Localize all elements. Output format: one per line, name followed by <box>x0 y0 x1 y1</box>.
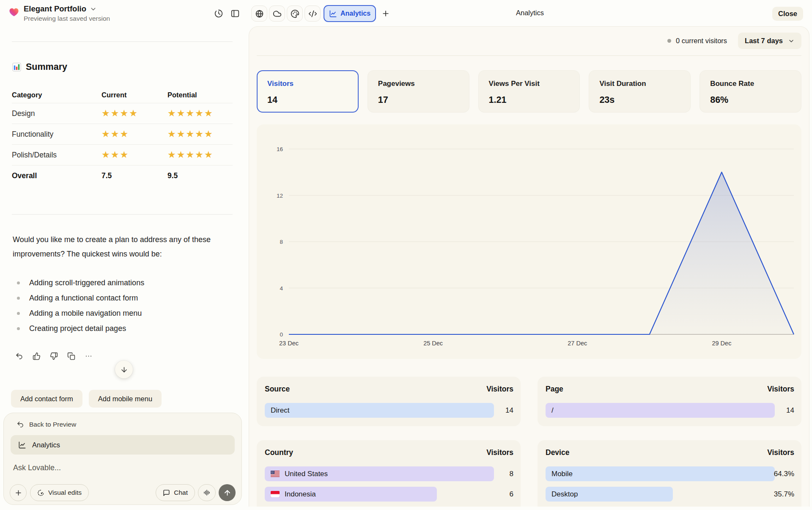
indonesia-flag-icon <box>271 491 280 497</box>
svg-text:0: 0 <box>280 331 283 338</box>
quick-action-mobile-menu[interactable]: Add mobile menu <box>89 390 162 408</box>
list-item[interactable]: Indonesia 6 <box>265 487 513 502</box>
copy-button[interactable] <box>67 352 75 360</box>
plus-icon <box>14 489 22 497</box>
scroll-down-button[interactable] <box>115 361 133 378</box>
more-button[interactable] <box>85 352 93 360</box>
list-item: Adding a mobile navigation menu <box>13 306 144 321</box>
chat-input[interactable]: Ask Lovable... <box>13 463 61 472</box>
chevron-down-icon <box>788 38 795 44</box>
back-to-preview[interactable]: Back to Preview <box>16 421 76 428</box>
cloud-button[interactable] <box>269 6 285 22</box>
stat-card-views-per-visit[interactable]: Views Per Visit1.21 <box>478 70 580 113</box>
thumbs-down-button[interactable] <box>50 352 58 360</box>
divider <box>12 214 233 215</box>
analytics-panel: 0 current visitors Last 7 days Visitors1… <box>249 26 809 507</box>
nav-item-analytics[interactable]: Analytics <box>11 435 235 455</box>
thumbs-up-button[interactable] <box>33 352 41 360</box>
list-item: Adding scroll-triggered animations <box>13 275 144 290</box>
list-card-page: PageVisitors / 14 <box>538 377 801 426</box>
audio-waveform-icon <box>203 489 211 496</box>
visitors-chart: 0481216 23 Dec25 Dec27 Dec29 Dec <box>257 124 801 359</box>
lovable-logo[interactable] <box>8 6 20 18</box>
globe-button[interactable] <box>251 6 267 22</box>
list-item[interactable]: Desktop 35.7% <box>546 487 794 502</box>
visual-edits-icon <box>37 489 44 496</box>
chart-line-icon <box>329 10 337 18</box>
list-item: Adding a functional contact form <box>13 290 144 306</box>
list-value-header: Visitors <box>486 448 513 457</box>
globe-icon <box>255 9 264 18</box>
thumbs-down-icon <box>50 352 58 360</box>
page-title: Analytics <box>492 9 568 17</box>
visual-edits-button[interactable]: Visual edits <box>30 484 89 501</box>
stat-card-pageviews[interactable]: Pageviews17 <box>368 70 469 113</box>
divider <box>12 41 233 42</box>
panel-left-icon[interactable] <box>230 9 240 18</box>
history-icon[interactable] <box>214 9 223 18</box>
svg-text:25 Dec: 25 Dec <box>423 340 443 347</box>
chart-line-icon <box>18 441 26 449</box>
current-visitors: 0 current visitors <box>667 37 727 45</box>
list-item[interactable]: Direct 14 <box>265 403 513 418</box>
undo-icon <box>15 352 23 360</box>
chat-bubble-icon <box>163 489 170 496</box>
bar-chart-icon <box>12 62 22 72</box>
theme-button[interactable] <box>287 6 303 22</box>
svg-text:27 Dec: 27 Dec <box>568 340 587 347</box>
svg-text:23 Dec: 23 Dec <box>279 340 299 347</box>
stat-card-bounce-rate[interactable]: Bounce Rate86% <box>700 70 801 113</box>
stat-card-visitors[interactable]: Visitors14 <box>257 70 359 113</box>
date-range-select[interactable]: Last 7 days <box>738 33 801 49</box>
copy-icon <box>67 352 75 360</box>
list-item[interactable]: United States 8 <box>265 466 513 481</box>
star-rating: ★★★ <box>102 129 129 139</box>
stat-card-visit-duration[interactable]: Visit Duration23s <box>589 70 691 113</box>
quick-action-contact-form[interactable]: Add contact form <box>11 390 82 408</box>
list-title: Source <box>265 385 290 394</box>
project-title[interactable]: Elegant Portfolio <box>24 4 86 14</box>
summary-table: CategoryCurrentPotentialDesign★★★★★★★★★F… <box>12 87 233 186</box>
svg-text:8: 8 <box>280 239 283 245</box>
summary-row: Polish/Details★★★★★★★★ <box>12 145 233 165</box>
list-title: Country <box>265 448 293 457</box>
list-card-country: CountryVisitors United States 8 Indonesi… <box>257 440 521 507</box>
voice-button[interactable] <box>198 484 216 501</box>
project-status: Previewing last saved version <box>24 15 110 22</box>
star-rating: ★★★★ <box>102 108 138 119</box>
svg-text:12: 12 <box>277 193 283 199</box>
send-button[interactable] <box>219 484 236 501</box>
summary-row: Design★★★★★★★★★ <box>12 103 233 124</box>
cloud-icon <box>273 9 282 18</box>
list-item[interactable]: / 14 <box>546 403 794 418</box>
code-icon <box>308 9 317 18</box>
svg-text:29 Dec: 29 Dec <box>712 340 731 347</box>
suggestion-list: Adding scroll-triggered animationsAdding… <box>13 275 144 336</box>
chat-panel: Back to Preview Analytics Ask Lovable...… <box>3 413 242 505</box>
summary-title: Summary <box>26 62 67 72</box>
list-item: Creating project detail pages <box>13 321 144 336</box>
list-value-header: Visitors <box>767 385 794 394</box>
arrow-up-icon <box>223 489 231 497</box>
list-item[interactable]: Mobile 64.3% <box>546 466 794 481</box>
star-rating: ★★★★★ <box>167 149 214 160</box>
code-button[interactable] <box>304 6 321 22</box>
star-rating: ★★★★★ <box>167 129 214 139</box>
summary-row: Functionality★★★★★★★★ <box>12 124 233 145</box>
list-value-header: Visitors <box>767 448 794 457</box>
list-title: Device <box>546 448 569 457</box>
divider <box>257 55 801 56</box>
close-button[interactable]: Close <box>772 7 803 21</box>
list-value-header: Visitors <box>486 385 513 394</box>
chevron-down-icon[interactable] <box>90 6 97 13</box>
palette-icon <box>291 9 299 18</box>
tab-analytics[interactable]: Analytics <box>324 5 376 22</box>
add-tab-button[interactable] <box>381 9 390 18</box>
star-rating: ★★★ <box>102 149 129 160</box>
list-card-device: DeviceVisitors Mobile 64.3% Desktop 35.7… <box>538 440 801 507</box>
attach-button[interactable] <box>10 484 27 501</box>
summary-header-row: CategoryCurrentPotential <box>12 87 233 103</box>
chat-mode-button[interactable]: Chat <box>156 484 195 501</box>
summary-overall-row: Overall7.59.5 <box>12 165 233 186</box>
undo-button[interactable] <box>15 352 23 360</box>
